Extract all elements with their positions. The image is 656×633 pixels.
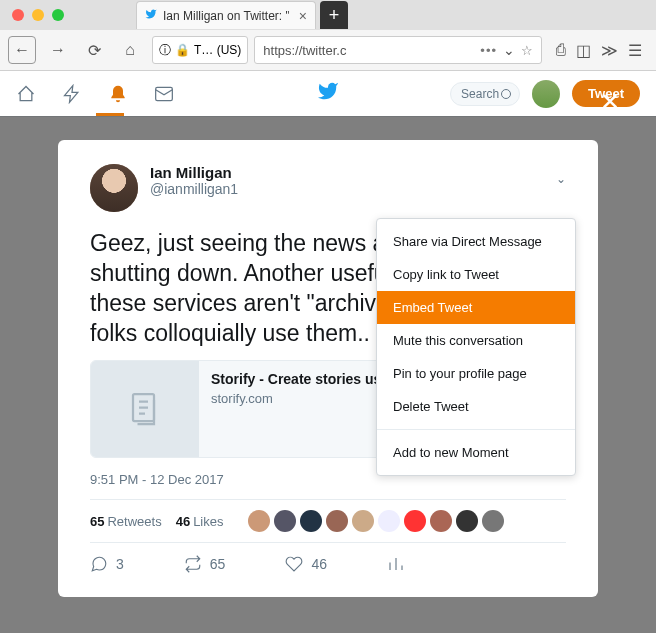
menu-share-dm[interactable]: Share via Direct Message [377,225,575,258]
menu-pin[interactable]: Pin to your profile page [377,357,575,390]
url-bar[interactable]: https://twitter.c ••• ⌄ ☆ [254,36,542,64]
reply-icon [90,555,108,573]
account-avatar[interactable] [532,80,560,108]
liker-avatar[interactable] [352,510,374,532]
retweets-stat[interactable]: 65Retweets [90,514,162,529]
author-avatar[interactable] [90,164,138,212]
menu-icon[interactable]: ☰ [628,41,642,60]
site-identity[interactable]: ⓘ 🔒 T… (US) [152,36,248,64]
menu-embed-tweet[interactable]: Embed Tweet [377,291,575,324]
forward-button[interactable]: → [44,36,72,64]
tweet-actions-dropdown: Share via Direct Message Copy link to Tw… [376,218,576,476]
menu-copy-link[interactable]: Copy link to Tweet [377,258,575,291]
page-actions-icon[interactable]: ••• [480,43,497,58]
lock-icon: 🔒 [175,43,190,57]
likes-stat[interactable]: 46Likes [176,514,224,529]
tab-close-icon[interactable]: × [299,8,307,24]
reply-button[interactable]: 3 [90,555,124,573]
tweet-modal: Ian Milligan @ianmilligan1 ⌄ Share via D… [58,140,598,597]
liker-avatar[interactable] [482,510,504,532]
browser-chrome: Ian Milligan on Twitter: "Geez, j… × + ←… [0,0,656,71]
reload-button[interactable]: ⟳ [80,36,108,64]
twitter-favicon-icon [145,8,157,23]
tweet-menu-caret-icon[interactable]: ⌄ [556,172,566,186]
like-button[interactable]: 46 [285,555,327,573]
author-handle[interactable]: @ianmilligan1 [150,181,238,197]
liker-avatar[interactable] [248,510,270,532]
menu-separator [377,429,575,430]
window-controls [0,9,76,21]
window-minimize-button[interactable] [32,9,44,21]
toolbar-right: ⎙ ◫ ≫ ☰ [550,41,648,60]
retweet-button[interactable]: 65 [184,555,226,573]
messages-icon[interactable] [154,84,174,104]
liker-avatar[interactable] [404,510,426,532]
url-text: https://twitter.c [263,43,346,58]
new-tab-button[interactable]: + [320,1,348,29]
liker-avatar[interactable] [300,510,322,532]
heart-icon [285,555,303,573]
svg-rect-0 [156,87,173,100]
notifications-icon[interactable] [108,84,128,104]
liker-avatars[interactable] [248,510,504,532]
window-maximize-button[interactable] [52,9,64,21]
browser-toolbar: ← → ⟳ ⌂ ⓘ 🔒 T… (US) https://twitter.c ••… [0,30,656,70]
divider [90,542,566,543]
pocket-icon[interactable]: ⌄ [503,42,515,58]
twitter-logo-icon[interactable] [317,80,339,107]
twitter-nav: Search Tweet [0,71,656,117]
close-modal-button[interactable]: ✕ [600,88,620,116]
menu-delete[interactable]: Delete Tweet [377,390,575,423]
document-icon [127,391,163,427]
menu-mute[interactable]: Mute this conversation [377,324,575,357]
sidebar-icon[interactable]: ◫ [576,41,591,60]
retweet-icon [184,555,202,573]
tab-strip: Ian Milligan on Twitter: "Geez, j… × + [0,0,656,30]
author-display-name[interactable]: Ian Milligan [150,164,238,181]
tweet-header: Ian Milligan @ianmilligan1 ⌄ Share via D… [90,164,566,212]
home-button[interactable]: ⌂ [116,36,144,64]
library-icon[interactable]: ⎙ [556,41,566,60]
overflow-icon[interactable]: ≫ [601,41,618,60]
url-bar-container: ⓘ 🔒 T… (US) https://twitter.c ••• ⌄ ☆ [152,36,542,64]
browser-tab[interactable]: Ian Milligan on Twitter: "Geez, j… × [136,1,316,29]
card-thumbnail [91,361,199,457]
liker-avatar[interactable] [326,510,348,532]
menu-add-moment[interactable]: Add to new Moment [377,436,575,469]
analytics-icon [387,555,405,573]
home-icon[interactable] [16,84,36,104]
liker-avatar[interactable] [430,510,452,532]
divider [90,499,566,500]
liker-avatar[interactable] [456,510,478,532]
liker-avatar[interactable] [274,510,296,532]
window-close-button[interactable] [12,9,24,21]
modal-overlay[interactable]: ✕ Ian Milligan @ianmilligan1 ⌄ Share via… [0,116,656,633]
back-button[interactable]: ← [8,36,36,64]
ssl-label: T… (US) [194,43,241,57]
liker-avatar[interactable] [378,510,400,532]
bookmark-star-icon[interactable]: ☆ [521,43,533,58]
tweet-stats: 65Retweets 46Likes [90,510,566,532]
tab-title: Ian Milligan on Twitter: "Geez, j… [163,9,289,23]
analytics-button[interactable] [387,555,405,573]
tweet-actions: 3 65 46 [90,555,566,573]
info-icon: ⓘ [159,42,171,59]
search-input[interactable]: Search [450,82,520,106]
moments-icon[interactable] [62,84,82,104]
